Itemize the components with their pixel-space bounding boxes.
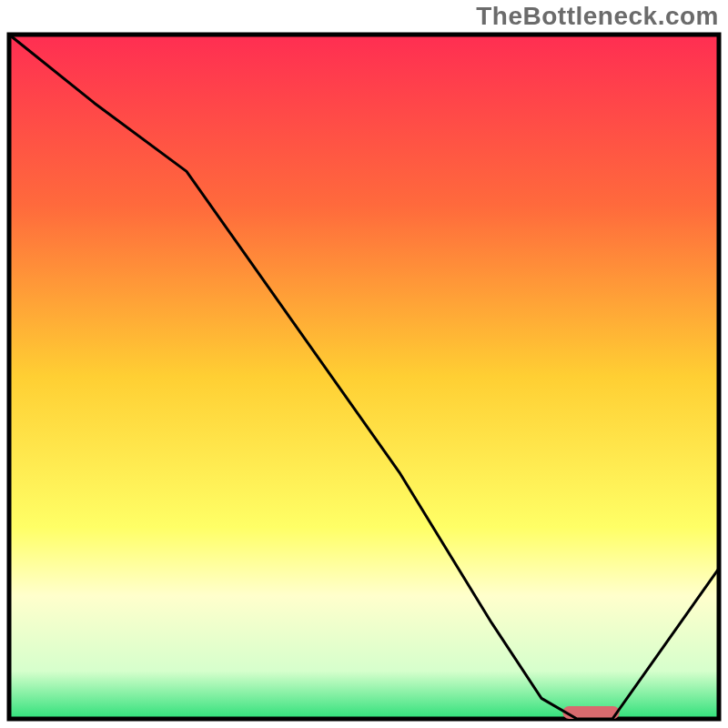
chart-container: TheBottleneck.com bbox=[0, 0, 728, 728]
watermark-text: TheBottleneck.com bbox=[476, 2, 719, 31]
bottleneck-chart bbox=[0, 0, 728, 728]
gradient-background bbox=[9, 35, 719, 719]
